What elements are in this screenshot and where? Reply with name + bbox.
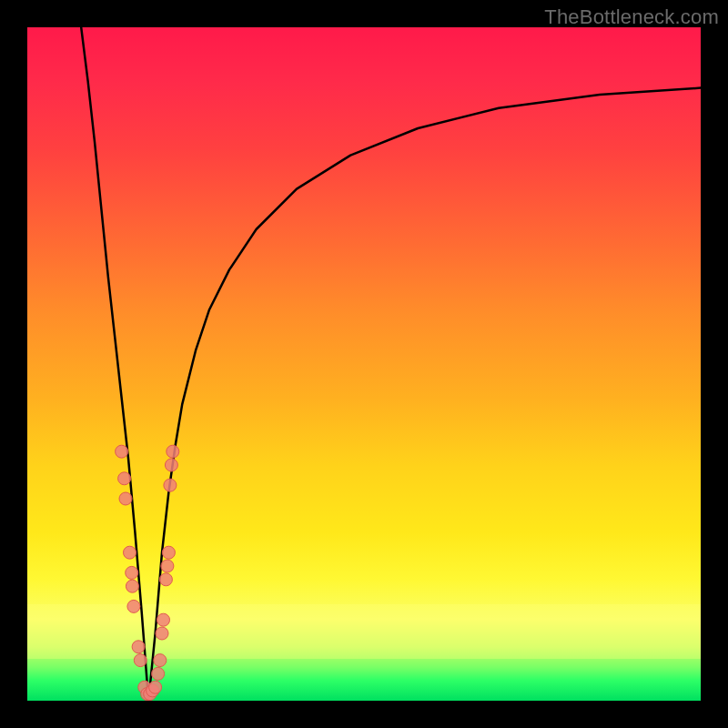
data-marker: [134, 654, 147, 667]
data-marker: [156, 627, 168, 640]
data-marker: [126, 566, 138, 579]
data-marker: [165, 459, 177, 471]
data-marker: [164, 479, 177, 491]
bottleneck-curve: [81, 27, 701, 701]
plot-area: [27, 27, 701, 701]
watermark-text: TheBottleneck.com: [544, 5, 719, 29]
data-marker: [157, 613, 170, 626]
data-marker: [159, 573, 172, 586]
data-marker: [126, 580, 138, 592]
data-marker: [167, 445, 179, 458]
data-markers: [116, 445, 179, 700]
data-marker: [152, 667, 165, 680]
chart-frame: TheBottleneck.com: [0, 0, 728, 728]
data-marker: [124, 546, 136, 559]
data-marker: [162, 546, 175, 559]
data-marker: [127, 600, 140, 612]
data-marker: [118, 472, 131, 485]
chart-svg: [27, 27, 701, 701]
data-marker: [119, 492, 132, 505]
data-marker: [154, 654, 167, 667]
data-marker: [149, 681, 162, 693]
data-marker: [132, 641, 145, 653]
data-marker: [161, 560, 174, 572]
data-marker: [116, 445, 128, 458]
